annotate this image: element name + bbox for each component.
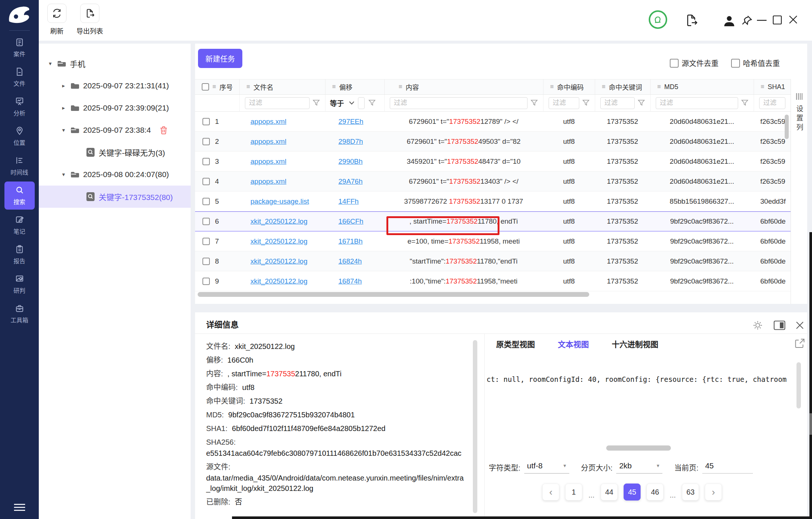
- page-button-46[interactable]: 46: [646, 484, 663, 501]
- close-icon[interactable]: [788, 14, 799, 25]
- maximize-icon[interactable]: [772, 15, 782, 25]
- offset-link[interactable]: 16824h: [338, 257, 362, 265]
- col-header-num[interactable]: ≡序号: [195, 79, 239, 94]
- page-button-44[interactable]: 44: [601, 484, 618, 501]
- caret-down-icon[interactable]: ▾: [47, 60, 54, 67]
- new-task-button[interactable]: 新建任务: [198, 49, 242, 68]
- tree-node-root[interactable]: ▾ 手机: [39, 52, 191, 75]
- user-icon[interactable]: [723, 15, 736, 27]
- minimize-icon[interactable]: [757, 19, 767, 21]
- row-checkbox[interactable]: [202, 238, 210, 245]
- row-checkbox[interactable]: [202, 158, 210, 165]
- offset-link[interactable]: 29A76h: [338, 177, 363, 185]
- page-button-45-active[interactable]: 45: [624, 484, 641, 501]
- pagesize-select[interactable]: 2kb▼: [616, 461, 662, 474]
- table-row[interactable]: 8 xkit_20250122.log 16824h "startTime":1…: [195, 251, 791, 271]
- col-header-offset[interactable]: ≡偏移: [325, 79, 384, 94]
- filter-sha1-input[interactable]: [759, 97, 785, 109]
- viewer-horizontal-scrollbar[interactable]: [606, 445, 671, 451]
- menu-icon[interactable]: [0, 504, 39, 511]
- tree-node-task3[interactable]: ▾ 2025-09-07 23:38:4: [39, 119, 191, 141]
- funnel-icon[interactable]: [530, 99, 538, 107]
- notification-icon[interactable]: [648, 10, 668, 29]
- delete-task-icon[interactable]: [159, 125, 168, 135]
- file-link[interactable]: package-usage.list: [250, 197, 309, 205]
- export-window-icon[interactable]: [684, 13, 698, 27]
- sidebar-item-toolbox[interactable]: 工具箱: [0, 300, 39, 328]
- sidebar-item-search[interactable]: 搜索: [4, 182, 35, 210]
- table-row[interactable]: 2 appops.xml 298D7h 6729601" t="17375352…: [195, 132, 791, 152]
- funnel-icon[interactable]: [582, 99, 590, 107]
- table-row[interactable]: 3 appops.xml 2990Bh 3459201" t="17375352…: [195, 152, 791, 172]
- sidebar-item-report[interactable]: 报告: [0, 241, 39, 269]
- sidebar-item-files[interactable]: 文件: [0, 63, 39, 91]
- sidebar-item-location[interactable]: 位置: [0, 122, 39, 150]
- file-link[interactable]: appops.xml: [250, 177, 286, 185]
- current-page-input[interactable]: 45: [702, 461, 753, 474]
- sidebar-item-analysis[interactable]: 分析: [0, 93, 39, 121]
- dedupe-hash-checkbox[interactable]: [731, 59, 740, 68]
- tab-original-view[interactable]: 原类型视图: [496, 338, 535, 349]
- row-checkbox[interactable]: [202, 198, 210, 205]
- caret-right-icon[interactable]: ▸: [60, 105, 67, 111]
- row-checkbox[interactable]: [202, 178, 210, 185]
- sidebar-item-research[interactable]: 研判: [0, 270, 39, 298]
- tree-node-task4[interactable]: ▾ 2025-09-08 00:24:07(80): [39, 163, 191, 186]
- table-row[interactable]: 9 xkit_20250122.log 16874h :100,"time":1…: [195, 271, 791, 291]
- tree-node-task1[interactable]: ▸ 2025-09-07 23:21:31(41): [39, 75, 191, 97]
- tree-node-task2[interactable]: ▸ 2025-09-07 23:39:09(21): [39, 97, 191, 119]
- filter-md5-input[interactable]: [656, 97, 738, 109]
- offset-link[interactable]: 166CFh: [338, 217, 364, 225]
- offset-link[interactable]: 14FFh: [338, 197, 359, 205]
- row-checkbox[interactable]: [202, 278, 210, 285]
- file-link[interactable]: appops.xml: [250, 138, 286, 145]
- funnel-icon[interactable]: [638, 99, 645, 107]
- funnel-icon[interactable]: [313, 99, 320, 107]
- dedupe-source-checkbox[interactable]: [670, 59, 679, 68]
- panel-toggle-icon[interactable]: [774, 320, 785, 330]
- offset-operator-select[interactable]: 等于: [330, 98, 354, 108]
- caret-down-icon[interactable]: ▾: [60, 171, 67, 178]
- col-header-encoding[interactable]: ≡命中编码: [543, 79, 595, 94]
- filter-keyword-input[interactable]: [600, 97, 635, 109]
- page-button-1[interactable]: 1: [565, 484, 582, 501]
- caret-down-icon[interactable]: ▾: [60, 127, 67, 133]
- offset-link[interactable]: 2990Bh: [338, 157, 363, 165]
- file-link[interactable]: xkit_20250122.log: [250, 237, 307, 245]
- page-button-63[interactable]: 63: [682, 484, 699, 501]
- row-checkbox[interactable]: [202, 258, 210, 265]
- table-row[interactable]: 7 xkit_20250122.log 1671Bh e=100, time=1…: [195, 231, 791, 251]
- offset-link[interactable]: 16874h: [338, 277, 362, 285]
- prev-page-button[interactable]: ‹: [542, 484, 559, 501]
- col-header-file[interactable]: ≡文件名: [239, 79, 325, 94]
- charset-select[interactable]: utf-8▼: [524, 461, 569, 474]
- col-header-content[interactable]: ≡内容: [384, 79, 543, 94]
- tab-text-view[interactable]: 文本视图: [558, 338, 589, 349]
- sidebar-item-timeline[interactable]: 时间线: [0, 152, 39, 180]
- col-header-keyword[interactable]: ≡命中关键词: [595, 79, 650, 94]
- file-link[interactable]: xkit_20250122.log: [250, 277, 307, 285]
- tree-node-keyword1[interactable]: 关键字-碌碌无为(3): [39, 141, 191, 163]
- next-page-button[interactable]: ›: [705, 484, 722, 501]
- gear-icon[interactable]: [752, 320, 763, 331]
- funnel-icon[interactable]: [368, 99, 376, 107]
- file-link[interactable]: xkit_20250122.log: [250, 217, 307, 225]
- funnel-icon[interactable]: [741, 99, 748, 107]
- table-row-selected[interactable]: 6 xkit_20250122.log 166CFh , startTime=1…: [195, 211, 791, 231]
- filter-encoding-input[interactable]: [549, 97, 579, 109]
- table-row[interactable]: 1 appops.xml 297EEh 6729601" t="17375352…: [195, 112, 791, 132]
- table-row[interactable]: 5 package-usage.list 14FFh 37598772672 1…: [195, 191, 791, 211]
- refresh-button[interactable]: [47, 4, 66, 23]
- row-checkbox[interactable]: [202, 118, 210, 125]
- col-header-sha1[interactable]: ≡SHA1: [754, 79, 791, 94]
- sidebar-item-notes[interactable]: 笔记: [0, 211, 39, 239]
- table-row[interactable]: 4 appops.xml 29A76h 6729601" t="17375352…: [195, 172, 791, 191]
- offset-link[interactable]: 298D7h: [338, 138, 363, 145]
- table-horizontal-scrollbar[interactable]: [198, 292, 589, 297]
- details-vertical-scrollbar[interactable]: [473, 340, 477, 513]
- offset-link[interactable]: 297EEh: [338, 118, 364, 125]
- select-all-checkbox[interactable]: [202, 83, 209, 91]
- filter-offset-input[interactable]: [358, 97, 365, 109]
- viewer-vertical-scrollbar[interactable]: [796, 362, 801, 408]
- caret-right-icon[interactable]: ▸: [60, 82, 67, 89]
